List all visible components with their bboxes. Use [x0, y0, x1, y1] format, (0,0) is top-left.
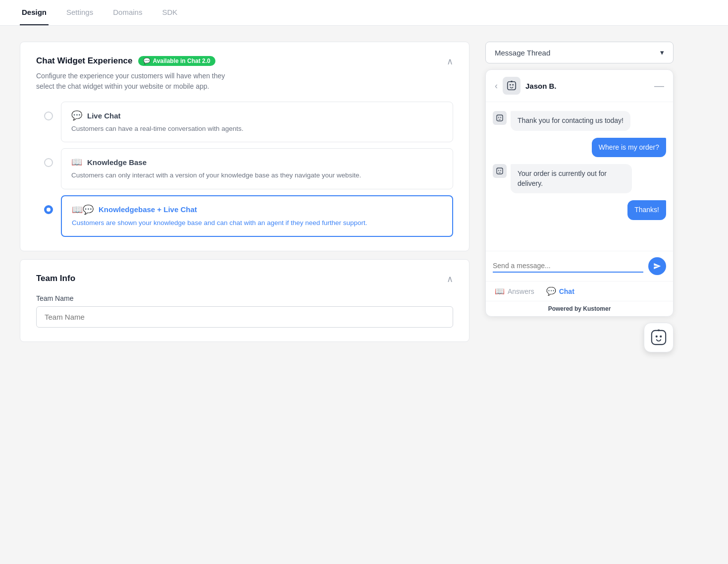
chat-input-area	[486, 251, 673, 281]
radio-knowledge-base[interactable]	[44, 158, 53, 167]
right-panel: Message Thread ▾ ‹	[485, 42, 674, 352]
svg-point-6	[500, 117, 501, 118]
option-item-live-chat: 💬 Live Chat Customers can have a real-ti…	[44, 102, 453, 142]
top-nav: Design Settings Domains SDK	[0, 0, 728, 26]
kb-livechat-icon: 📖💬	[72, 204, 94, 215]
badge-label: Available in Chat 2.0	[153, 57, 210, 64]
left-panel: Chat Widget Experience 💬 Available in Ch…	[20, 42, 469, 352]
chat-tab-label: Chat	[559, 287, 574, 295]
minimize-icon[interactable]: —	[654, 81, 664, 91]
svg-point-5	[498, 117, 499, 118]
svg-rect-4	[497, 115, 503, 121]
message-row-4: Thanks!	[493, 200, 666, 220]
chat-widget-preview: ‹ Jason B. —	[485, 69, 674, 317]
radio-kb-livechat[interactable]	[44, 205, 53, 214]
answers-tab-icon: 📖	[495, 286, 505, 296]
message-row-2: Where is my order?	[493, 138, 666, 158]
svg-rect-10	[652, 331, 666, 344]
chat-tab-bar: 📖 Answers 💬 Chat	[486, 281, 673, 301]
tab-chat[interactable]: 💬 Chat	[546, 286, 574, 296]
live-chat-icon: 💬	[71, 110, 82, 121]
card-title-row: Chat Widget Experience 💬 Available in Ch…	[36, 56, 215, 66]
radio-live-chat[interactable]	[44, 112, 53, 120]
main-layout: Chat Widget Experience 💬 Available in Ch…	[0, 26, 693, 368]
agent-avatar	[503, 77, 520, 95]
chat-messages: Thank you for contacting us today! Where…	[486, 102, 673, 251]
message-bubble-4: Thanks!	[627, 200, 666, 220]
message-bubble-1: Thank you for contacting us today!	[511, 111, 630, 131]
svg-rect-13	[658, 330, 660, 332]
live-chat-title: Live Chat	[87, 112, 121, 120]
dropdown-label: Message Thread	[495, 49, 550, 57]
option-list: 💬 Live Chat Customers can have a real-ti…	[36, 102, 453, 237]
badge-icon: 💬	[143, 57, 151, 64]
tab-answers[interactable]: 📖 Answers	[495, 286, 534, 296]
card-description: Configure the experience your customers …	[36, 71, 244, 92]
svg-point-12	[660, 336, 662, 338]
agent-name: Jason B.	[525, 82, 557, 90]
back-arrow-icon[interactable]: ‹	[495, 81, 498, 91]
svg-point-9	[500, 170, 501, 171]
kb-livechat-desc: Customers are shown your knowledge base …	[72, 218, 442, 228]
collapse-icon[interactable]: ∧	[447, 56, 453, 67]
chat-message-input[interactable]	[493, 260, 643, 273]
svg-rect-0	[508, 82, 516, 90]
team-name-input[interactable]	[36, 306, 453, 328]
team-info-title: Team Info	[36, 274, 75, 283]
live-chat-desc: Customers can have a real-time conversat…	[71, 124, 443, 134]
option-item-knowledge-base: 📖 Knowledge Base Customers can only inte…	[44, 148, 453, 189]
msg-avatar-1	[493, 111, 507, 125]
preview-wrapper: Message Thread ▾ ‹	[485, 42, 674, 352]
tab-sdk[interactable]: SDK	[160, 0, 179, 25]
svg-point-8	[498, 170, 499, 171]
option-card-header-live-chat: 💬 Live Chat	[71, 110, 443, 121]
team-info-card-header: Team Info ∧	[36, 274, 453, 284]
answers-tab-label: Answers	[508, 287, 534, 295]
option-card-header-knowledge-base: 📖 Knowledge Base	[71, 157, 443, 168]
widget-fab-button[interactable]	[644, 323, 674, 352]
message-bubble-2: Where is my order?	[592, 138, 666, 158]
chat-header-left: ‹ Jason B.	[495, 77, 557, 95]
option-card-live-chat[interactable]: 💬 Live Chat Customers can have a real-ti…	[61, 102, 453, 142]
tab-design[interactable]: Design	[20, 0, 49, 25]
team-info-collapse-icon[interactable]: ∧	[447, 274, 453, 284]
svg-point-1	[510, 84, 511, 86]
tab-settings[interactable]: Settings	[64, 0, 95, 25]
message-row-1: Thank you for contacting us today!	[493, 111, 666, 131]
svg-point-2	[512, 84, 514, 86]
option-item-kb-livechat: 📖💬 Knowledgebase + Live Chat Customers a…	[44, 195, 453, 237]
chat-widget-header: ‹ Jason B. —	[486, 70, 673, 102]
available-badge: 💬 Available in Chat 2.0	[138, 56, 215, 66]
dropdown-arrow-icon: ▾	[660, 48, 664, 57]
svg-point-11	[656, 336, 658, 338]
kb-livechat-title: Knowledgebase + Live Chat	[99, 205, 197, 214]
chat-widget-title: Chat Widget Experience	[36, 56, 132, 66]
knowledge-base-title: Knowledge Base	[87, 158, 147, 167]
message-row-3: Your order is currently out for delivery…	[493, 164, 666, 193]
svg-rect-3	[511, 81, 513, 82]
message-bubble-3: Your order is currently out for delivery…	[511, 164, 632, 193]
chat-widget-card: Chat Widget Experience 💬 Available in Ch…	[20, 42, 469, 251]
send-button[interactable]	[648, 257, 666, 275]
powered-by: Powered by Kustomer	[486, 301, 673, 316]
tab-domains[interactable]: Domains	[111, 0, 144, 25]
team-name-label: Team Name	[36, 294, 453, 302]
preview-dropdown[interactable]: Message Thread ▾	[485, 42, 674, 63]
team-info-card: Team Info ∧ Team Name	[20, 259, 469, 342]
knowledge-base-icon: 📖	[71, 157, 82, 168]
chat-tab-icon: 💬	[546, 286, 556, 296]
svg-rect-7	[497, 168, 503, 174]
msg-avatar-3	[493, 164, 507, 178]
knowledge-base-desc: Customers can only interact with a versi…	[71, 170, 443, 180]
option-card-header-kb-livechat: 📖💬 Knowledgebase + Live Chat	[72, 204, 442, 215]
option-card-knowledge-base[interactable]: 📖 Knowledge Base Customers can only inte…	[61, 148, 453, 189]
card-header: Chat Widget Experience 💬 Available in Ch…	[36, 56, 453, 67]
option-card-kb-livechat[interactable]: 📖💬 Knowledgebase + Live Chat Customers a…	[61, 195, 453, 237]
